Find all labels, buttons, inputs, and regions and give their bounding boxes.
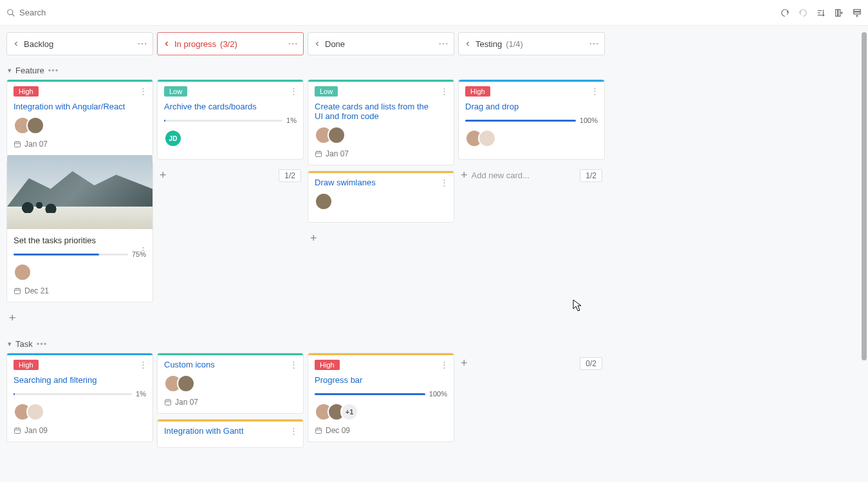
card-drag-drop[interactable]: High ⋮ Drag and drop 100%	[458, 79, 605, 160]
card-title[interactable]: Set the tasks priorities	[14, 236, 146, 245]
card-custom-icons[interactable]: ⋮ Custom icons Jan 07	[157, 353, 304, 414]
chevron-left-icon	[163, 40, 171, 48]
card-archive[interactable]: Low ⋮ Archive the cards/boards 1% JD	[157, 79, 304, 160]
calendar-icon	[315, 150, 322, 158]
svg-rect-6	[838, 10, 840, 17]
card-title[interactable]: Draw swimlanes	[315, 178, 447, 187]
column-more-icon[interactable]: ⋯	[589, 39, 599, 49]
lane-feature-inprogress: Low ⋮ Archive the cards/boards 1% JD + 1…	[157, 79, 304, 186]
card-title[interactable]: Searching and filtering	[14, 375, 146, 385]
avatar[interactable]	[26, 116, 44, 134]
card-date: Jan 07	[24, 140, 48, 149]
avatars	[14, 116, 146, 134]
card-top-stripe	[158, 353, 303, 355]
avatar[interactable]	[478, 129, 496, 147]
column-header-backlog[interactable]: Backlog ⋯	[6, 32, 153, 55]
card-title[interactable]: Custom icons	[164, 360, 297, 369]
progress-row: 1%	[14, 390, 146, 398]
card-more-icon[interactable]: ⋮	[290, 360, 298, 369]
scroll-thumb[interactable]	[862, 32, 867, 360]
progress-bar	[315, 393, 425, 395]
card-more-icon[interactable]: ⋮	[591, 86, 599, 96]
topbar	[0, 0, 868, 26]
progress-pct: 100%	[580, 116, 598, 124]
svg-rect-10	[854, 12, 861, 14]
avatar[interactable]	[328, 126, 346, 144]
card-more-icon[interactable]: ⋮	[139, 360, 147, 369]
column-header-testing[interactable]: Testing (1/4) ⋯	[458, 32, 605, 55]
column-more-icon[interactable]: ⋯	[137, 39, 147, 49]
progress-bar	[164, 120, 282, 122]
lane-counter: 0/2	[580, 357, 602, 370]
avatar-initials[interactable]: JD	[164, 129, 182, 147]
add-card-button[interactable]: +	[160, 169, 167, 182]
card-title[interactable]: Drag and drop	[465, 102, 598, 111]
sort-icon[interactable]	[817, 8, 826, 18]
card-date: Jan 09	[24, 426, 48, 435]
lane-feature-done: Low ⋮ Create cards and lists from the UI…	[308, 79, 454, 249]
avatar[interactable]	[315, 192, 333, 210]
card-more-icon[interactable]: ⋮	[440, 86, 448, 96]
date-row: Jan 07	[164, 398, 297, 407]
add-row-icon[interactable]	[853, 8, 862, 18]
avatars: JD	[164, 129, 297, 147]
calendar-icon	[315, 427, 322, 434]
chevron-left-icon	[313, 40, 321, 48]
redo-icon[interactable]	[799, 8, 808, 18]
card-title[interactable]: Progress bar	[315, 375, 447, 385]
add-column-icon[interactable]	[835, 8, 844, 18]
swimlane-more-icon[interactable]: •••	[48, 66, 59, 75]
card-integration-angular[interactable]: High ⋮ Integration with Angular/React Ja…	[6, 79, 153, 156]
card-more-icon[interactable]: ⋮	[139, 86, 147, 96]
swimlane-more-icon[interactable]: •••	[37, 339, 48, 349]
swimlane-header-task[interactable]: ▾ Task •••	[0, 335, 868, 353]
avatar[interactable]	[26, 403, 44, 421]
card-draw-swimlanes[interactable]: ⋮ Draw swimlanes	[308, 171, 454, 223]
column-header-inprogress[interactable]: In progress (3/2) ⋯	[157, 32, 304, 55]
search-input[interactable]	[19, 8, 148, 17]
card-create-cards[interactable]: Low ⋮ Create cards and lists from the UI…	[308, 79, 454, 165]
card-more-icon[interactable]: ⋮	[139, 245, 147, 255]
add-card-button[interactable]: +	[310, 232, 317, 245]
avatar[interactable]	[14, 263, 32, 281]
card-date: Dec 21	[24, 286, 49, 295]
avatars: +1	[315, 403, 447, 421]
undo-icon[interactable]	[780, 8, 790, 18]
card-top-stripe	[308, 353, 454, 355]
card-more-icon[interactable]: ⋮	[440, 360, 448, 369]
svg-rect-17	[15, 289, 21, 294]
lane-task-done: High ⋮ Progress bar 100% +1 Dec 09	[308, 353, 454, 442]
svg-rect-5	[836, 10, 838, 17]
card-integration-gantt[interactable]: ⋮ Integration with Gantt	[157, 419, 304, 448]
lane-feature-testing: High ⋮ Drag and drop 100% +Add new card.…	[458, 79, 605, 186]
card-set-priorities[interactable]: ⋮ Set the tasks priorities 75% Dec 21	[6, 161, 153, 302]
avatar[interactable]	[177, 375, 195, 393]
card-more-icon[interactable]: ⋮	[290, 426, 298, 436]
card-more-icon[interactable]: ⋮	[440, 178, 448, 187]
board-area: Backlog ⋯ In progress (3/2) ⋯ Done ⋯ Tes…	[0, 26, 868, 482]
swimlane-header-feature[interactable]: ▾ Feature •••	[0, 62, 868, 79]
card-progress-bar[interactable]: High ⋮ Progress bar 100% +1 Dec 09	[308, 353, 454, 442]
card-title-text: Set the tasks priorities	[14, 236, 96, 245]
card-title[interactable]: Integration with Gantt	[164, 426, 297, 436]
add-card-button[interactable]: +	[461, 357, 468, 370]
avatars	[465, 129, 598, 147]
card-title[interactable]: Integration with Angular/React	[14, 102, 146, 111]
tag-high: High	[14, 360, 39, 370]
column-more-icon[interactable]: ⋯	[288, 39, 298, 49]
column-more-icon[interactable]: ⋯	[438, 39, 448, 49]
avatar-more[interactable]: +1	[340, 403, 358, 421]
card-more-icon[interactable]: ⋮	[290, 86, 298, 96]
avatars	[164, 375, 297, 393]
add-card-button[interactable]: +Add new card...	[461, 169, 530, 182]
card-title[interactable]: Create cards and lists from the UI and f…	[315, 102, 447, 121]
tag-high: High	[14, 86, 39, 97]
card-title[interactable]: Archive the cards/boards	[164, 102, 297, 111]
column-header-done[interactable]: Done ⋯	[308, 32, 454, 55]
card-search-filter[interactable]: High ⋮ Searching and filtering 1% Jan 09	[6, 353, 153, 442]
progress-pct: 1%	[286, 116, 297, 124]
progress-pct: 1%	[136, 390, 146, 398]
column-count: (3/2)	[220, 39, 237, 49]
add-card-button[interactable]: +	[9, 311, 16, 325]
vertical-scrollbar[interactable]	[862, 26, 867, 482]
